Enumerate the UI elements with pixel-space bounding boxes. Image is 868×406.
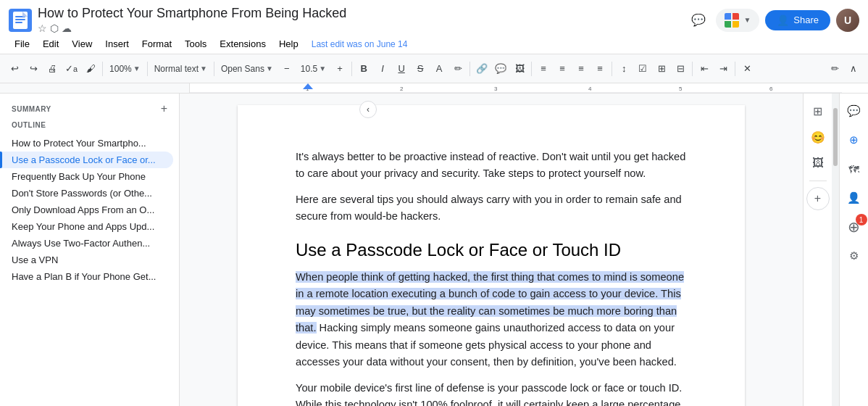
menu-view[interactable]: View: [66, 37, 98, 51]
rt-separator: [809, 181, 827, 181]
font-dropdown[interactable]: Open Sans ▼: [217, 59, 277, 79]
align-center-button[interactable]: ≡: [554, 59, 571, 79]
doc-app-icon[interactable]: [9, 9, 32, 32]
font-increase-button[interactable]: +: [331, 59, 349, 79]
bullet-list-button[interactable]: ⊞: [653, 59, 670, 79]
outline-item-6[interactable]: Always Use Two-Factor Authen...: [0, 235, 173, 252]
summary-label: SUMMARY: [12, 105, 51, 113]
decrease-indent-button[interactable]: ⇤: [696, 59, 713, 79]
comment-icon-btn[interactable]: 💬: [687, 9, 710, 32]
doc-paragraph-3: When people think of getting hacked, the…: [296, 269, 687, 371]
style-dropdown[interactable]: Normal text ▼: [151, 59, 211, 79]
style-value: Normal text: [154, 64, 199, 74]
contacts-icon-btn[interactable]: 👤: [843, 186, 866, 210]
outline-item-0[interactable]: How to Protect Your Smartpho...: [0, 135, 173, 152]
outline-item-label-0: How to Protect Your Smartpho...: [12, 138, 146, 149]
vertical-scrollbar[interactable]: [832, 94, 839, 406]
outline-item-label-4: Only Download Apps From an O...: [12, 204, 154, 215]
link-button[interactable]: 🔗: [473, 59, 491, 79]
notification-icon-btn[interactable]: ⊕ 1: [843, 215, 866, 239]
document-area[interactable]: ‹ It's always better to be proactive ins…: [180, 94, 803, 406]
scrollbar-thumb[interactable]: [833, 108, 838, 166]
undo-button[interactable]: ↩: [6, 59, 23, 79]
expand-toolbar-button[interactable]: ∧: [845, 59, 862, 79]
outline-item-3[interactable]: Don't Store Passwords (or Othe...: [0, 185, 173, 202]
outline-item-1[interactable]: Use a Passcode Lock or Face or...: [0, 152, 173, 168]
cloud-icon[interactable]: ☁: [62, 22, 72, 34]
zoom-chevron: ▼: [133, 65, 141, 72]
add-more-button[interactable]: +: [806, 187, 830, 210]
image-button[interactable]: 🖼: [511, 59, 528, 79]
image-insert-button[interactable]: 🖼: [806, 152, 830, 175]
outline-item-label-7: Use a VPN: [12, 254, 58, 265]
font-decrease-button[interactable]: −: [278, 59, 296, 79]
outline-item-label-6: Always Use Two-Factor Authen...: [12, 238, 150, 249]
formatting-toolbar: ↩ ↪ 🖨 ✓a 🖌 100% ▼ Normal text ▼ Open San…: [0, 54, 868, 83]
line-spacing-button[interactable]: ↕: [615, 59, 633, 79]
settings-icon-btn[interactable]: ⚙: [843, 244, 866, 268]
toolbar-divider-9: [735, 62, 735, 76]
fontsize-dropdown[interactable]: 10.5 ▼: [297, 59, 330, 79]
far-right-panel: 💬 ⊕ 🗺 👤 ⊕ 1 ⚙: [839, 94, 868, 406]
svg-text:3: 3: [494, 86, 498, 92]
align-right-button[interactable]: ≡: [572, 59, 590, 79]
checklist-button[interactable]: ☑: [634, 59, 651, 79]
menu-tools[interactable]: Tools: [179, 37, 212, 51]
meet-button[interactable]: ▼: [716, 9, 759, 32]
collapse-sidebar-button[interactable]: ‹: [359, 101, 377, 118]
toolbar-divider-1: [102, 62, 103, 76]
align-justify-button[interactable]: ≡: [591, 59, 609, 79]
menu-help[interactable]: Help: [273, 37, 304, 51]
comment-button[interactable]: 💬: [492, 59, 509, 79]
menu-insert[interactable]: Insert: [99, 37, 135, 51]
emoji-button[interactable]: 😊: [806, 125, 830, 149]
font-color-button[interactable]: A: [430, 59, 448, 79]
outline-item-8[interactable]: Have a Plan B if Your Phone Get...: [0, 268, 173, 285]
outline-item-2[interactable]: Frequently Back Up Your Phone: [0, 168, 173, 185]
explore-icon-btn[interactable]: ⊕: [843, 128, 866, 152]
italic-button[interactable]: I: [374, 59, 391, 79]
share-button[interactable]: 👤 Share: [765, 10, 830, 30]
outline-item-label-8: Have a Plan B if Your Phone Get...: [12, 271, 156, 282]
svg-text:4: 4: [588, 86, 592, 92]
menu-format[interactable]: Format: [136, 37, 178, 51]
zoom-dropdown[interactable]: 100% ▼: [106, 59, 144, 79]
highlight-button[interactable]: ✏: [449, 59, 467, 79]
table-insert-button[interactable]: ⊞: [806, 99, 830, 123]
bold-button[interactable]: B: [355, 59, 372, 79]
redo-button[interactable]: ↪: [25, 59, 42, 79]
user-avatar[interactable]: U: [836, 9, 859, 32]
style-chevron: ▼: [200, 65, 207, 72]
outline-item-7[interactable]: Use a VPN: [0, 252, 173, 268]
align-left-button[interactable]: ≡: [535, 59, 552, 79]
svg-rect-3: [15, 22, 22, 23]
summary-add-button[interactable]: +: [161, 102, 167, 115]
star-icon[interactable]: ☆: [38, 22, 47, 34]
outline-item-4[interactable]: Only Download Apps From an O...: [0, 202, 173, 218]
clear-formatting-button[interactable]: ✕: [738, 59, 756, 79]
notification-btn-wrap[interactable]: ⊕ 1: [843, 215, 866, 239]
folder-icon[interactable]: ⬡: [50, 22, 59, 34]
spell-check-button[interactable]: ✓a: [62, 59, 80, 79]
share-label: Share: [793, 14, 819, 25]
toolbar-divider-3: [214, 62, 214, 76]
ruler-content: 1 2 3 4 5 6: [189, 83, 868, 93]
outline-item-5[interactable]: Keep Your Phone and Apps Upd...: [0, 218, 173, 235]
maps-icon-btn[interactable]: 🗺: [843, 157, 866, 181]
paint-format-button[interactable]: 🖌: [82, 59, 99, 79]
toolbar-divider-8: [692, 62, 693, 76]
last-edit-text[interactable]: Last edit was on June 14: [312, 39, 408, 49]
svg-rect-2: [15, 19, 25, 20]
suggest-edits-button[interactable]: ✏: [826, 59, 843, 79]
fontsize-value: 10.5: [301, 64, 317, 74]
menu-file[interactable]: File: [9, 37, 36, 51]
menu-extensions[interactable]: Extensions: [214, 37, 272, 51]
strikethrough-button[interactable]: S: [412, 59, 429, 79]
increase-indent-button[interactable]: ⇥: [714, 59, 732, 79]
underline-button[interactable]: U: [393, 59, 410, 79]
print-button[interactable]: 🖨: [43, 59, 61, 79]
document-page[interactable]: It's always better to be proactive inste…: [238, 105, 745, 406]
chat-icon-btn[interactable]: 💬: [843, 99, 866, 123]
numbered-list-button[interactable]: ⊟: [672, 59, 689, 79]
menu-edit[interactable]: Edit: [37, 37, 64, 51]
